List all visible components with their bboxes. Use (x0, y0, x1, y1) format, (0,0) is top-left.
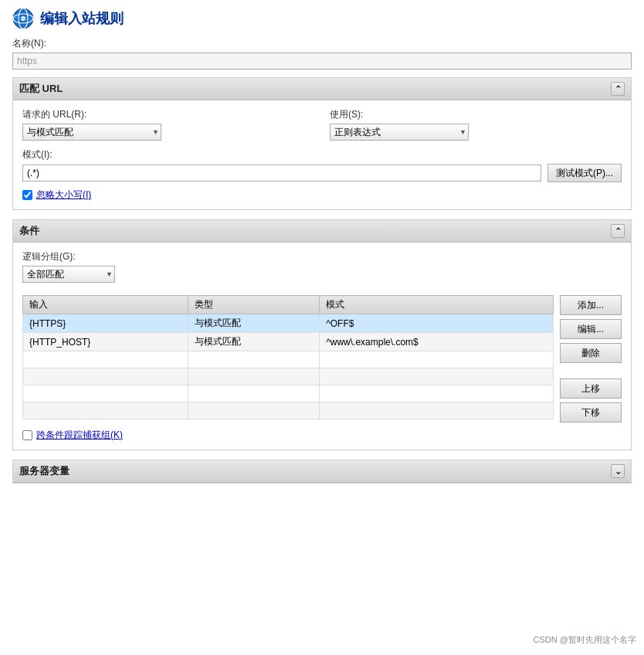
conditions-table: 输入 类型 模式 {HTTPS} 与模式匹配 ^OFF$ (22, 295, 554, 419)
empty-cell (320, 351, 554, 368)
match-url-header: 匹配 URL ⌃ (13, 78, 631, 100)
cell-type: 与模式匹配 (188, 314, 320, 333)
move-down-btn[interactable]: 下移 (560, 402, 622, 423)
request-url-select-wrapper: 与模式匹配 不与模式匹配 ▼ (22, 124, 161, 141)
conditions-table-area: 输入 类型 模式 {HTTPS} 与模式匹配 ^OFF$ (22, 295, 622, 423)
app-icon (12, 8, 34, 29)
logic-select-wrapper: 全部匹配 任意匹配 ▼ (22, 266, 115, 283)
pattern-label: 模式(I): (22, 148, 622, 161)
ignore-case-row: 忽略大小写(I) (22, 188, 622, 202)
request-url-select[interactable]: 与模式匹配 不与模式匹配 (22, 124, 161, 141)
conditions-body: 逻辑分组(G): 全部匹配 任意匹配 ▼ 输入 类型 模式 (13, 243, 631, 450)
table-header-row: 输入 类型 模式 (23, 296, 554, 314)
use-label: 使用(S): (330, 108, 622, 121)
move-up-btn[interactable]: 上移 (560, 378, 622, 399)
page-header: 编辑入站规则 (12, 8, 632, 29)
cell-pattern: ^OFF$ (320, 314, 554, 333)
empty-cell (23, 385, 188, 402)
table-row[interactable]: {HTTPS} 与模式匹配 ^OFF$ (23, 314, 554, 333)
cell-input: {HTTPS} (23, 314, 188, 333)
conditions-header: 条件 ⌃ (13, 220, 631, 243)
page-title: 编辑入站规则 (40, 9, 124, 28)
use-col: 使用(S): 正则表达式 通配符 精确匹配 ▼ (330, 108, 622, 141)
watermark: CSDN @暂时先用这个名字 (534, 634, 636, 646)
cell-input: {HTTP_HOST} (23, 333, 188, 351)
server-vars-title: 服务器变量 (19, 464, 69, 478)
empty-cell (23, 368, 188, 385)
logic-group-select[interactable]: 全部匹配 任意匹配 (22, 266, 115, 283)
match-url-body: 请求的 URL(R): 与模式匹配 不与模式匹配 ▼ 使用(S): 正则表达式 (13, 100, 631, 209)
table-row-empty (23, 402, 554, 419)
page-container: 编辑入站规则 名称(N): 匹配 URL ⌃ 请求的 URL(R): 与模式匹配… (0, 0, 644, 655)
spacer (560, 367, 622, 375)
table-row-empty (23, 368, 554, 385)
conditions-collapse-btn[interactable]: ⌃ (611, 224, 625, 238)
edit-condition-btn[interactable]: 编辑... (560, 319, 622, 339)
col-input: 输入 (23, 296, 188, 314)
name-input[interactable] (12, 53, 632, 70)
empty-cell (320, 368, 554, 385)
name-field-section: 名称(N): (12, 37, 632, 70)
ignore-case-label[interactable]: 忽略大小写(I) (36, 188, 91, 202)
conditions-section: 条件 ⌃ 逻辑分组(G): 全部匹配 任意匹配 ▼ 输入 类 (12, 219, 632, 450)
request-url-label: 请求的 URL(R): (22, 108, 314, 121)
ignore-case-checkbox[interactable] (22, 190, 32, 200)
pattern-input[interactable] (22, 165, 541, 182)
table-row-empty (23, 385, 554, 402)
request-url-col: 请求的 URL(R): 与模式匹配 不与模式匹配 ▼ (22, 108, 314, 141)
empty-cell (188, 351, 320, 368)
empty-cell (320, 385, 554, 402)
empty-cell (320, 402, 554, 419)
empty-cell (188, 385, 320, 402)
conditions-table-wrapper: 输入 类型 模式 {HTTPS} 与模式匹配 ^OFF$ (22, 295, 554, 423)
empty-cell (188, 368, 320, 385)
conditions-buttons: 添加... 编辑... 删除 上移 下移 (560, 295, 622, 423)
empty-cell (188, 402, 320, 419)
col-type: 类型 (188, 296, 320, 314)
cross-cond-checkbox[interactable] (22, 430, 32, 440)
use-select[interactable]: 正则表达式 通配符 精确匹配 (330, 124, 469, 141)
use-select-wrapper: 正则表达式 通配符 精确匹配 ▼ (330, 124, 469, 141)
server-vars-section: 服务器变量 ⌄ (12, 460, 632, 484)
name-label: 名称(N): (12, 37, 632, 50)
match-url-title: 匹配 URL (19, 82, 63, 96)
pattern-section: 模式(I): 测试模式(P)... (22, 148, 622, 182)
table-row[interactable]: {HTTP_HOST} 与模式匹配 ^www\.example\.com$ (23, 333, 554, 351)
cell-type: 与模式匹配 (188, 333, 320, 351)
url-use-row: 请求的 URL(R): 与模式匹配 不与模式匹配 ▼ 使用(S): 正则表达式 (22, 108, 622, 141)
server-vars-header: 服务器变量 ⌄ (13, 460, 631, 483)
empty-cell (23, 351, 188, 368)
conditions-title: 条件 (19, 224, 39, 238)
cell-pattern: ^www\.example\.com$ (320, 333, 554, 351)
logic-group-label: 逻辑分组(G): (22, 250, 622, 263)
test-pattern-btn[interactable]: 测试模式(P)... (547, 164, 622, 182)
table-row-empty (23, 351, 554, 368)
empty-cell (23, 402, 188, 419)
delete-condition-btn[interactable]: 删除 (560, 343, 622, 363)
match-url-section: 匹配 URL ⌃ 请求的 URL(R): 与模式匹配 不与模式匹配 ▼ 使用(S… (12, 77, 632, 210)
match-url-collapse-btn[interactable]: ⌃ (611, 82, 625, 96)
cross-cond-label[interactable]: 跨条件跟踪捕获组(K) (36, 429, 123, 442)
add-condition-btn[interactable]: 添加... (560, 295, 622, 315)
server-vars-collapse-btn[interactable]: ⌄ (611, 464, 625, 478)
pattern-row: 测试模式(P)... (22, 164, 622, 182)
col-pattern: 模式 (320, 296, 554, 314)
cross-cond-row: 跨条件跟踪捕获组(K) (22, 429, 622, 442)
